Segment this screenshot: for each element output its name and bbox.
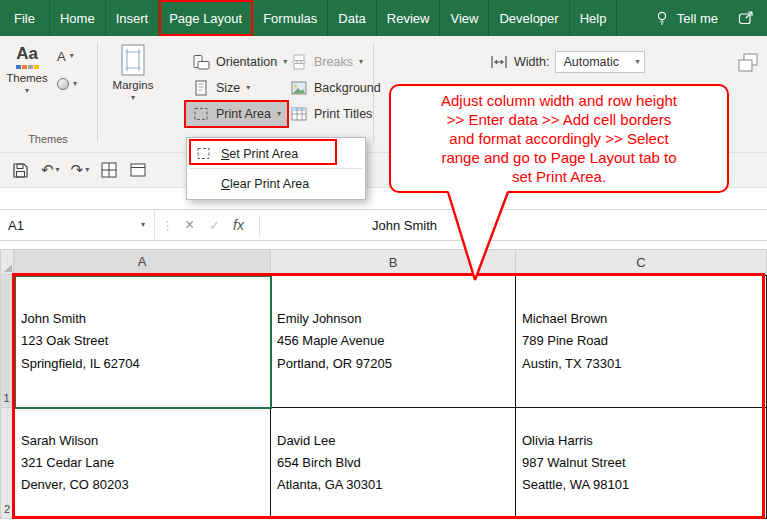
share-icon xyxy=(737,9,755,27)
tab-help[interactable]: Help xyxy=(570,0,618,36)
tell-me[interactable]: Tell me xyxy=(644,0,728,36)
name-box-value: A1 xyxy=(8,218,24,233)
menu-item-clear-print-area[interactable]: Clear Print Area xyxy=(187,170,365,197)
size-label: Size xyxy=(216,81,240,95)
margins-button[interactable]: Margins ▾ xyxy=(104,40,162,128)
print-area-dropdown-menu: Set Print Area Clear Print Area xyxy=(186,137,366,200)
tab-page-layout[interactable]: Page Layout xyxy=(159,0,253,36)
gridlines-button[interactable] xyxy=(96,159,122,181)
confirm-entry-button[interactable]: ✓ xyxy=(209,210,220,240)
orientation-button[interactable]: Orientation ▾ xyxy=(186,50,293,74)
column-header-a[interactable]: A xyxy=(14,249,271,275)
formula-bar-value[interactable]: John Smith xyxy=(372,210,437,240)
theme-effects-button[interactable]: ▾ xyxy=(52,72,82,96)
cell-B2[interactable]: David Lee 654 Birch Blvd Atlanta, GA 303… xyxy=(271,408,516,519)
size-button[interactable]: Size ▾ xyxy=(186,76,256,100)
chevron-down-icon: ▾ xyxy=(56,166,60,174)
save-icon xyxy=(11,161,30,180)
tell-me-label: Tell me xyxy=(677,11,718,26)
instruction-callout: Adjust column width and row height >> En… xyxy=(389,84,729,193)
share-button[interactable] xyxy=(728,0,764,36)
formula-bar: A1 ▾ ⋮ × ✓ fx John Smith xyxy=(0,209,767,241)
name-box[interactable]: A1 ▾ xyxy=(0,210,155,240)
theme-fonts-button[interactable]: A ▾ xyxy=(52,44,79,68)
row-header-1[interactable]: 1 xyxy=(0,275,14,408)
tab-home[interactable]: Home xyxy=(50,0,106,36)
tab-insert[interactable]: Insert xyxy=(106,0,160,36)
chevron-down-icon: ▾ xyxy=(70,52,74,60)
breaks-label: Breaks xyxy=(314,55,353,69)
row-header-2[interactable]: 2 xyxy=(0,408,14,519)
themes-button[interactable]: Aa Themes ▾ xyxy=(5,40,49,128)
chevron-down-icon: ▾ xyxy=(25,87,29,95)
margins-icon xyxy=(120,44,146,76)
tab-review[interactable]: Review xyxy=(377,0,441,36)
arrange-windows-icon xyxy=(736,51,760,75)
redo-button[interactable]: ↷ ▾ xyxy=(67,160,94,180)
themes-aa-icon: Aa xyxy=(16,44,39,69)
group-separator xyxy=(97,42,98,142)
width-combobox[interactable]: Automatic ▾ xyxy=(555,51,645,73)
undo-button[interactable]: ↶ ▾ xyxy=(37,160,64,180)
width-icon xyxy=(490,54,508,70)
orientation-label: Orientation xyxy=(216,55,277,69)
background-label: Background xyxy=(314,81,381,95)
print-titles-button[interactable]: Print Titles xyxy=(284,102,378,126)
chevron-down-icon: ▾ xyxy=(277,110,281,118)
column-header-row: A B C xyxy=(0,249,767,275)
save-button[interactable] xyxy=(7,159,34,182)
undo-icon: ↶ xyxy=(41,162,54,178)
row-2: 2 Sarah Wilson 321 Cedar Lane Denver, CO… xyxy=(0,408,767,519)
tab-view[interactable]: View xyxy=(440,0,489,36)
width-value: Automatic xyxy=(563,55,635,69)
chevron-down-icon: ▾ xyxy=(85,166,89,174)
window-icon xyxy=(129,161,147,179)
background-button[interactable]: Background xyxy=(284,76,387,100)
tab-developer[interactable]: Developer xyxy=(489,0,569,36)
scale-width-row: Width: Automatic ▾ xyxy=(490,50,645,74)
cell-C1[interactable]: Michael Brown 789 Pine Road Austin, TX 7… xyxy=(516,275,767,408)
cell-B1[interactable]: Emily Johnson 456 Maple Avenue Portland,… xyxy=(271,275,516,408)
size-icon xyxy=(192,79,210,97)
chevron-down-icon: ▾ xyxy=(246,84,250,92)
themes-button-label: Themes xyxy=(6,72,48,84)
chevron-down-icon: ▾ xyxy=(73,80,77,88)
menu-separator xyxy=(190,168,362,169)
column-header-c[interactable]: C xyxy=(516,249,767,275)
margins-button-label: Margins xyxy=(113,79,154,91)
width-label: Width: xyxy=(514,55,549,69)
insert-function-button[interactable]: fx xyxy=(233,210,244,240)
column-header-b[interactable]: B xyxy=(271,249,516,275)
select-all-corner[interactable] xyxy=(0,249,14,275)
print-titles-icon xyxy=(290,105,308,123)
breaks-button[interactable]: Breaks ▾ xyxy=(284,50,369,74)
formula-bar-splitter[interactable]: ⋮ xyxy=(161,210,174,240)
cell-A1[interactable]: John Smith 123 Oak Street Springfield, I… xyxy=(14,275,271,408)
chevron-down-icon: ▾ xyxy=(635,58,639,66)
set-print-area-label: Set Print Area xyxy=(221,147,298,161)
arrange-button[interactable] xyxy=(734,49,762,77)
breaks-icon xyxy=(290,53,308,71)
chevron-down-icon: ▾ xyxy=(359,58,363,66)
redo-icon: ↷ xyxy=(71,162,84,178)
print-area-button[interactable]: Print Area ▾ xyxy=(186,102,287,126)
select-all-triangle-icon xyxy=(4,264,12,272)
tab-data[interactable]: Data xyxy=(328,0,376,36)
tab-file[interactable]: File xyxy=(0,0,50,36)
cell-A2[interactable]: Sarah Wilson 321 Cedar Lane Denver, CO 8… xyxy=(14,408,271,519)
tab-formulas[interactable]: Formulas xyxy=(253,0,328,36)
row-1: 1 John Smith 123 Oak Street Springfield,… xyxy=(0,275,767,408)
orientation-icon xyxy=(192,53,210,71)
excel-window: File Home Insert Page Layout Formulas Da… xyxy=(0,0,767,524)
menu-item-set-print-area[interactable]: Set Print Area xyxy=(187,140,365,167)
cell-C2[interactable]: Olivia Harris 987 Walnut Street Seattle,… xyxy=(516,408,767,519)
cancel-entry-button[interactable]: × xyxy=(185,210,194,240)
window-button[interactable] xyxy=(125,159,151,181)
print-area-icon xyxy=(192,105,210,123)
print-area-label: Print Area xyxy=(216,107,271,121)
effects-circle-icon xyxy=(57,78,69,90)
background-icon xyxy=(290,79,308,97)
clear-print-area-label: Clear Print Area xyxy=(221,177,309,191)
ribbon-tab-bar: File Home Insert Page Layout Formulas Da… xyxy=(0,0,767,36)
lightbulb-icon xyxy=(654,10,670,26)
